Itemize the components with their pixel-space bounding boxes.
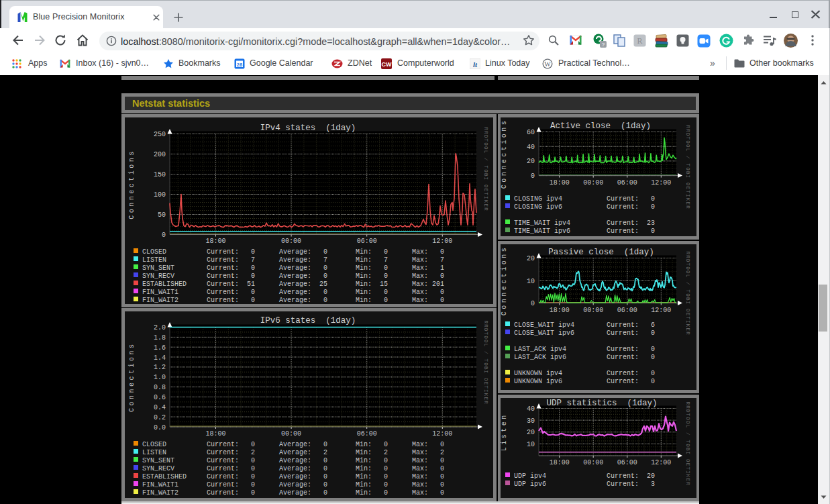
svg-text:SYN_RECV Current: 0: SYN_RECV Current: 0 Average: 0 Min: 0 Ma… <box>142 465 444 472</box>
svg-text:TIME_WAIT ipv4 Current: TIME_WAIT ipv4 Current: 23 <box>514 219 655 227</box>
svg-text:1.6: 1.6 <box>154 344 166 352</box>
svg-text:00:00: 00:00 <box>583 179 603 187</box>
svg-text:FIN_WAIT2 Current: 0: FIN_WAIT2 Current: 0 Average: 0 Min: 0 M… <box>142 297 444 304</box>
svg-text:12:00: 12:00 <box>651 179 671 187</box>
svg-text:28: 28 <box>237 62 242 68</box>
svg-text:UNKNOWN ipv4 Current: UNKNOWN ipv4 Current: 0 <box>514 370 655 377</box>
svg-text:1.0: 1.0 <box>154 374 166 381</box>
svg-text:06:00: 06:00 <box>617 459 637 466</box>
svg-text:00:00: 00:00 <box>583 307 603 314</box>
svg-text:0: 0 <box>154 232 166 239</box>
svg-text:10: 10 <box>527 278 535 285</box>
svg-text:?: ? <box>602 42 605 48</box>
svg-text:18:00: 18:00 <box>550 307 570 314</box>
svg-text:UDP statistics (1day): UDP statistics (1day) <box>546 399 657 408</box>
svg-text:18:00: 18:00 <box>205 238 225 245</box>
svg-text:CLOSING ipv4 Current: CLOSING ipv4 Current: 0 <box>514 195 655 203</box>
svg-text:250: 250 <box>154 131 166 138</box>
svg-text:CLOSING ipv6 Current: CLOSING ipv6 Current: 0 <box>514 203 655 211</box>
svg-text:200: 200 <box>154 151 166 158</box>
svg-text:06:00: 06:00 <box>357 238 377 245</box>
svg-text:10: 10 <box>527 441 535 448</box>
svg-text:Listen: Listen <box>501 413 508 451</box>
svg-text:FIN_WAIT2 Current: 0: FIN_WAIT2 Current: 0 Average: 0 Min: 0 M… <box>142 489 444 497</box>
svg-text:RRDTOOL / TOBI OETIKER: RRDTOOL / TOBI OETIKER <box>685 402 690 486</box>
svg-text:40: 40 <box>527 405 535 413</box>
svg-text:0: 0 <box>527 172 535 180</box>
svg-text:RRDTOOL / TOBI OETIKER: RRDTOOL / TOBI OETIKER <box>685 125 690 209</box>
svg-text:LAST_ACK ipv6 Current: LAST_ACK ipv6 Current: 0 <box>514 354 655 361</box>
svg-text:FIN_WAIT1 Current: 0: FIN_WAIT1 Current: 0 Average: 0 Min: 0 M… <box>142 481 444 489</box>
svg-text:40: 40 <box>527 144 535 151</box>
svg-text:00:00: 00:00 <box>281 430 301 438</box>
svg-text:18:00: 18:00 <box>550 459 570 466</box>
svg-text:UDP ipv6 Current: UDP ipv6 Current: 3 <box>514 481 655 488</box>
svg-text:06:00: 06:00 <box>617 307 637 314</box>
svg-text:RRDTOOL / TOBI OETIKER: RRDTOOL / TOBI OETIKER <box>483 321 488 405</box>
svg-text:2.0: 2.0 <box>154 324 166 332</box>
svg-text:100: 100 <box>154 191 166 199</box>
svg-text:00:00: 00:00 <box>583 459 603 466</box>
svg-text:0.2: 0.2 <box>154 414 166 421</box>
svg-text:Passive close (1day): Passive close (1day) <box>548 248 654 257</box>
svg-text:RRDTOOL / TOBI OETIKER: RRDTOOL / TOBI OETIKER <box>483 128 488 211</box>
svg-text:12:00: 12:00 <box>432 238 452 245</box>
svg-text:18:00: 18:00 <box>550 179 570 187</box>
svg-text:ESTABLISHED Current: 0: ESTABLISHED Current: 0 Average: 0 Min: 0… <box>142 473 444 481</box>
svg-text:06:00: 06:00 <box>357 430 377 438</box>
svg-text:12:00: 12:00 <box>432 430 452 438</box>
svg-text:0.0: 0.0 <box>154 424 166 432</box>
svg-text:20: 20 <box>527 158 535 165</box>
svg-text:LAST_ACK ipv4 Current: LAST_ACK ipv4 Current: 0 <box>514 346 655 353</box>
svg-text:Connections: Connections <box>128 149 136 219</box>
svg-text:CLOSE_WAIT ipv4 Current: CLOSE_WAIT ipv4 Current: 6 <box>514 321 655 329</box>
svg-text:ESTABLISHED Current: 51: ESTABLISHED Current: 51 Average: 25 Min:… <box>142 281 444 288</box>
svg-text:IPv6 states (1day): IPv6 states (1day) <box>260 316 356 325</box>
svg-text:UDP ipv4 Current: UDP ipv4 Current: 20 <box>514 472 655 480</box>
svg-text:W: W <box>544 60 551 68</box>
svg-text:1.4: 1.4 <box>154 354 166 362</box>
svg-text:12:00: 12:00 <box>651 307 671 314</box>
svg-text:00:00: 00:00 <box>281 238 301 245</box>
svg-text:06:00: 06:00 <box>617 179 637 187</box>
svg-text:LISTEN Current: 7: LISTEN Current: 7 Average: 7 Min: 7 Max:… <box>142 256 444 264</box>
svg-text:lt: lt <box>473 60 478 68</box>
svg-text:30: 30 <box>527 417 535 425</box>
svg-text:SYN_SENT Current: 0: SYN_SENT Current: 0 Average: 0 Min: 0 Ma… <box>142 457 444 464</box>
svg-text:CLOSE_WAIT ipv6 Current: CLOSE_WAIT ipv6 Current: 0 <box>514 330 655 337</box>
svg-text:CW: CW <box>382 61 392 68</box>
svg-text:IPv4 states (1day): IPv4 states (1day) <box>260 123 356 133</box>
svg-text:Connections: Connections <box>501 246 508 316</box>
svg-text:R: R <box>637 36 642 46</box>
svg-text:SYN_SENT Current: 0: SYN_SENT Current: 0 Average: 0 Min: 0 Ma… <box>142 264 444 272</box>
svg-text:SYN_RECV Current: 0: SYN_RECV Current: 0 Average: 0 Min: 0 Ma… <box>142 272 444 280</box>
svg-text:Connections: Connections <box>128 342 136 413</box>
svg-text:Connections: Connections <box>501 119 508 189</box>
svg-text:Active close (1day): Active close (1day) <box>550 121 651 131</box>
svg-text:TIME_WAIT ipv6 Current: TIME_WAIT ipv6 Current: 0 <box>514 228 655 235</box>
svg-text:UNKNOWN ipv6 Current: UNKNOWN ipv6 Current: 0 <box>514 378 655 385</box>
svg-text:CLOSED Current: 0: CLOSED Current: 0 Average: 0 Min: 0 Max:… <box>142 248 444 256</box>
svg-text:0: 0 <box>527 300 535 307</box>
svg-text:12:00: 12:00 <box>651 459 671 466</box>
svg-text:150: 150 <box>154 171 166 179</box>
svg-text:20: 20 <box>527 429 535 436</box>
svg-text:0.8: 0.8 <box>154 384 166 391</box>
svg-text:50: 50 <box>154 211 166 219</box>
svg-text:20: 20 <box>527 255 535 262</box>
svg-text:FIN_WAIT1 Current: 0: FIN_WAIT1 Current: 0 Average: 0 Min: 0 M… <box>142 289 444 296</box>
svg-text:1.8: 1.8 <box>154 334 166 342</box>
svg-text:60: 60 <box>527 129 535 136</box>
svg-text:18:00: 18:00 <box>205 430 225 438</box>
svg-text:LISTEN Current: 2: LISTEN Current: 2 Average: 2 Min: 2 Max:… <box>142 449 444 456</box>
svg-text:RRDTOOL / TOBI OETIKER: RRDTOOL / TOBI OETIKER <box>685 252 690 336</box>
svg-text:1.2: 1.2 <box>154 364 166 371</box>
svg-text:CLOSED Current: 0: CLOSED Current: 0 Average: 0 Min: 0 Max:… <box>142 441 444 448</box>
svg-text:0.4: 0.4 <box>154 404 166 411</box>
svg-text:0.6: 0.6 <box>154 394 166 401</box>
